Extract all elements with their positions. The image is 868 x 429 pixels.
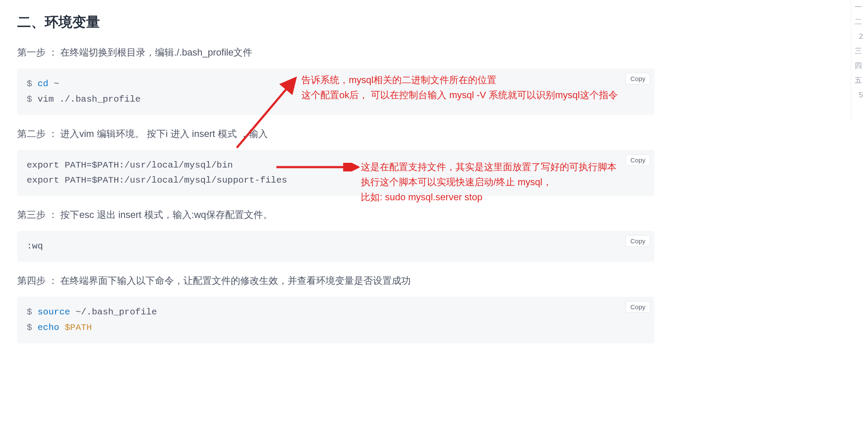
step-1-text: 第一步 ： 在终端切换到根目录，编辑./.bash_profile文件	[17, 45, 654, 60]
step-3-text: 第三步 ： 按下esc 退出 insert 模式，输入:wq保存配置文件。	[17, 207, 654, 222]
prompt: $	[27, 94, 32, 104]
code-block-1: $ cd ~ $ vim ./.bash_profileCopy	[17, 68, 654, 115]
wq-command: :wq	[27, 241, 43, 251]
source-command: source	[37, 307, 70, 317]
cd-arg: ~	[54, 79, 59, 89]
table-of-contents[interactable]: 一 二 2 三 四 五 5	[851, 0, 868, 121]
prompt: $	[27, 307, 32, 317]
copy-button[interactable]: Copy	[626, 154, 650, 166]
prompt: $	[27, 79, 32, 89]
export-line-2: export PATH=$PATH:/usr/local/mysql/suppo…	[27, 175, 287, 185]
echo-var: $PATH	[65, 323, 92, 333]
copy-button[interactable]: Copy	[626, 73, 650, 84]
toc-item-2[interactable]: 二	[855, 15, 868, 29]
toc-item-2-sub[interactable]: 2	[855, 29, 868, 44]
toc-item-5[interactable]: 五	[855, 73, 868, 88]
export-line-1: export PATH=$PATH:/usr/local/mysql/bin	[27, 160, 233, 170]
step-4-text: 第四步 ： 在终端界面下输入以下命令，让配置文件的修改生效，并查看环境变量是否设…	[17, 273, 654, 288]
prompt: $	[27, 323, 32, 333]
section-heading: 二、环境变量	[17, 13, 654, 32]
step-2-text: 第二步 ： 进入vim 编辑环境。 按下i 进入 insert 模式 ，输入	[17, 126, 654, 141]
toc-item-4[interactable]: 四	[855, 59, 868, 73]
vim-command: vim ./.bash_profile	[37, 94, 140, 104]
code-block-2: export PATH=$PATH:/usr/local/mysql/bin e…	[17, 150, 654, 196]
toc-item-1[interactable]: 一	[855, 0, 868, 15]
echo-command: echo	[37, 323, 59, 333]
source-arg: ~/.bash_profile	[75, 307, 157, 317]
code-block-4: $ source ~/.bash_profile $ echo $PATHCop…	[17, 297, 654, 343]
copy-button[interactable]: Copy	[626, 235, 650, 247]
cd-command: cd	[37, 79, 48, 89]
copy-button[interactable]: Copy	[626, 301, 650, 313]
toc-item-5-sub[interactable]: 5	[855, 88, 868, 103]
toc-item-3[interactable]: 三	[855, 44, 868, 59]
code-block-3: :wqCopy	[17, 231, 654, 262]
